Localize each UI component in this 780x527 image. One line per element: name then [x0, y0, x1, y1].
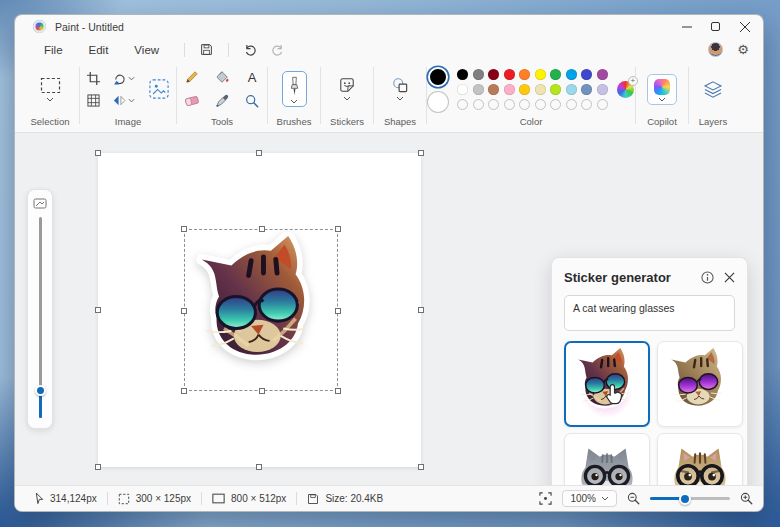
eraser-button[interactable] [182, 93, 202, 109]
size-slider-thumb[interactable] [35, 385, 46, 396]
brush-icon [289, 76, 300, 97]
magnifier-button[interactable] [242, 92, 262, 110]
redo-button[interactable] [264, 42, 291, 57]
selection-handle-s[interactable] [259, 388, 265, 394]
account-avatar[interactable] [708, 42, 723, 57]
layers-button[interactable] [701, 79, 725, 100]
palette-swatch-empty[interactable] [597, 99, 608, 110]
chevron-down-icon [658, 97, 666, 102]
sticker-selection-box[interactable] [184, 229, 338, 391]
palette-swatch-empty[interactable] [519, 99, 530, 110]
shapes-button[interactable] [389, 75, 411, 103]
save-button[interactable] [193, 42, 220, 57]
palette-swatch[interactable] [566, 69, 577, 80]
size-slider-track[interactable] [39, 217, 42, 418]
maximize-icon [711, 22, 720, 31]
palette-swatch-empty[interactable] [550, 99, 561, 110]
canvas-handle-e[interactable] [418, 307, 424, 313]
file-size-segment: Size: 20.4KB [297, 493, 393, 505]
palette-swatch-empty[interactable] [457, 99, 468, 110]
zoom-out-button[interactable] [627, 492, 640, 505]
color-picker-button[interactable] [212, 92, 232, 110]
palette-swatch-empty[interactable] [566, 99, 577, 110]
text-tool-button[interactable]: A [242, 69, 262, 86]
canvas-handle-s[interactable] [256, 464, 262, 470]
selection-handle-ne[interactable] [335, 226, 341, 232]
drawing-canvas[interactable] [98, 153, 421, 467]
palette-swatch[interactable] [597, 69, 608, 80]
titlebar[interactable]: Paint - Untitled [15, 15, 763, 38]
palette-swatch[interactable] [488, 84, 499, 95]
selection-handle-sw[interactable] [181, 388, 187, 394]
canvas-handle-sw[interactable] [95, 464, 101, 470]
menu-file[interactable]: File [35, 42, 72, 58]
canvas-handle-ne[interactable] [418, 150, 424, 156]
palette-swatch[interactable] [519, 84, 530, 95]
palette-swatch[interactable] [535, 69, 546, 80]
sticker-thumbnail-1[interactable] [564, 341, 650, 427]
selection-handle-nw[interactable] [181, 226, 187, 232]
close-icon [724, 272, 735, 283]
zoom-slider-thumb[interactable] [679, 493, 691, 505]
palette-swatch-empty[interactable] [488, 99, 499, 110]
panel-close-button[interactable] [724, 272, 735, 283]
zoom-slider-track[interactable] [650, 497, 730, 500]
minimize-button[interactable] [672, 15, 701, 38]
canvas-handle-n[interactable] [256, 150, 262, 156]
selection-handle-w[interactable] [181, 308, 187, 314]
palette-swatch[interactable] [504, 69, 515, 80]
menu-view[interactable]: View [125, 42, 168, 58]
palette-swatch[interactable] [473, 69, 484, 80]
palette-swatch[interactable] [581, 69, 592, 80]
palette-swatch-empty[interactable] [504, 99, 515, 110]
crop-button[interactable] [84, 70, 103, 87]
brushes-button[interactable] [282, 71, 307, 107]
canvas-handle-w[interactable] [95, 307, 101, 313]
background-color-swatch[interactable] [428, 92, 448, 112]
undo-button[interactable] [237, 42, 264, 57]
palette-swatch[interactable] [519, 69, 530, 80]
menu-edit[interactable]: Edit [80, 42, 118, 58]
foreground-color-swatch[interactable] [428, 67, 448, 87]
palette-swatch-empty[interactable] [473, 99, 484, 110]
palette-swatch[interactable] [581, 84, 592, 95]
selection-handle-e[interactable] [335, 308, 341, 314]
rotate-button[interactable] [110, 70, 138, 87]
zoom-in-button[interactable] [740, 492, 753, 505]
settings-gear-icon[interactable]: ⚙ [737, 43, 749, 56]
palette-swatch[interactable] [457, 69, 468, 80]
palette-swatch[interactable] [566, 84, 577, 95]
flip-button[interactable] [110, 92, 138, 109]
palette-swatch-empty[interactable] [581, 99, 592, 110]
canvas-handle-nw[interactable] [95, 150, 101, 156]
canvas-handle-se[interactable] [418, 464, 424, 470]
maximize-button[interactable] [701, 15, 730, 38]
palette-swatch[interactable] [504, 84, 515, 95]
zoom-level-dropdown[interactable]: 100% [562, 490, 617, 507]
fit-to-screen-button[interactable] [539, 492, 552, 505]
palette-swatch[interactable] [473, 84, 484, 95]
stickers-button[interactable] [336, 75, 358, 103]
selection-handle-n[interactable] [259, 226, 265, 232]
selection-tool-button[interactable] [37, 75, 64, 104]
selection-size-icon [118, 493, 130, 505]
canvas-cat-sticker[interactable] [187, 232, 335, 388]
pencil-button[interactable] [182, 68, 202, 86]
edit-colors-wheel-icon[interactable] [617, 81, 634, 98]
palette-swatch-empty[interactable] [535, 99, 546, 110]
info-button[interactable] [701, 271, 714, 284]
palette-swatch[interactable] [550, 84, 561, 95]
sticker-thumbnail-2[interactable] [657, 341, 743, 427]
palette-swatch[interactable] [488, 69, 499, 80]
selection-handle-se[interactable] [335, 388, 341, 394]
palette-swatch[interactable] [457, 84, 468, 95]
resize-button[interactable] [84, 92, 103, 109]
close-button[interactable] [730, 15, 759, 38]
palette-swatch[interactable] [550, 69, 561, 80]
palette-swatch[interactable] [597, 84, 608, 95]
image-creator-button[interactable] [146, 77, 172, 101]
sticker-prompt-input[interactable]: A cat wearing glasses [564, 295, 735, 331]
copilot-button[interactable] [647, 74, 677, 105]
palette-swatch[interactable] [535, 84, 546, 95]
fill-button[interactable] [212, 68, 232, 86]
